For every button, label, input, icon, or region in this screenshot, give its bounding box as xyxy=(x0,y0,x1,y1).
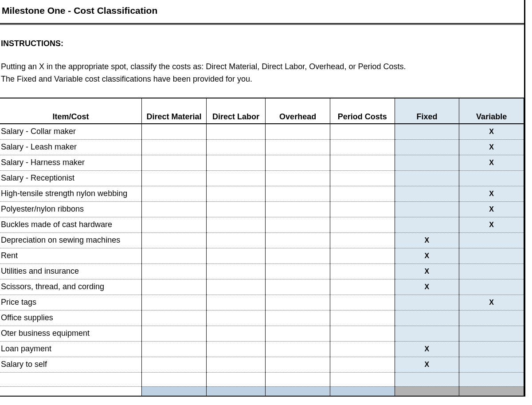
cell-oh[interactable] xyxy=(266,186,330,201)
cell-fx xyxy=(395,155,459,170)
cell-oh[interactable] xyxy=(266,263,330,279)
cell-vr: X xyxy=(459,124,524,139)
cell-oh[interactable] xyxy=(266,341,330,357)
cell-dl[interactable] xyxy=(206,310,266,326)
item-cost-cell: Utilities and insurance xyxy=(0,263,142,279)
cell-oh[interactable] xyxy=(266,279,330,295)
cell-oh[interactable] xyxy=(266,201,330,217)
cell-oh[interactable] xyxy=(266,326,330,341)
footer-item-cell xyxy=(0,386,142,396)
cell-dl[interactable] xyxy=(206,263,266,279)
header-direct-labor: Direct Labor xyxy=(206,98,266,124)
cell-dm[interactable] xyxy=(142,170,207,186)
cell-dl[interactable] xyxy=(206,341,266,357)
cell-dm[interactable] xyxy=(142,186,207,201)
cell-dm[interactable] xyxy=(142,232,207,248)
instructions-line-2: The Fixed and Variable cost classificati… xyxy=(1,73,522,85)
cell-dm[interactable] xyxy=(142,279,207,295)
cell-oh[interactable] xyxy=(266,155,330,170)
cell-dl[interactable] xyxy=(206,186,266,201)
table-row: Oter business equipment xyxy=(0,326,524,341)
item-cost-cell: Salary - Collar maker xyxy=(0,124,142,139)
item-cost-cell: Price tags xyxy=(0,295,142,310)
cell-dl[interactable] xyxy=(206,124,266,139)
cell-dm[interactable] xyxy=(142,357,207,372)
cell-fx xyxy=(395,170,459,186)
instructions-block: INSTRUCTIONS: Putting an X in the approp… xyxy=(0,25,524,98)
cell-pc[interactable] xyxy=(330,263,395,279)
cell-oh[interactable] xyxy=(266,139,330,155)
cell-pc[interactable] xyxy=(330,170,395,186)
cell-dl[interactable] xyxy=(206,248,266,263)
cell-dm[interactable] xyxy=(142,124,207,139)
cell-oh[interactable] xyxy=(266,310,330,326)
cell-oh[interactable] xyxy=(266,217,330,232)
cell-fx: X xyxy=(395,357,459,372)
cell-dm[interactable] xyxy=(142,201,207,217)
cell-dm[interactable] xyxy=(142,263,207,279)
cell-pc[interactable] xyxy=(330,155,395,170)
cell-dl[interactable] xyxy=(206,232,266,248)
item-cost-cell: Oter business equipment xyxy=(0,326,142,341)
instructions-line-1: Putting an X in the appropriate spot, cl… xyxy=(1,60,522,73)
cell-dl[interactable] xyxy=(206,217,266,232)
cell-dl[interactable] xyxy=(206,326,266,341)
cell-dl[interactable] xyxy=(206,201,266,217)
item-cost-cell: Depreciation on sewing machines xyxy=(0,232,142,248)
cell-oh[interactable] xyxy=(266,170,330,186)
cell-pc[interactable] xyxy=(330,217,395,232)
cell-vr: X xyxy=(459,139,524,155)
cell-oh[interactable] xyxy=(266,232,330,248)
cell-pc[interactable] xyxy=(330,232,395,248)
table-row: Price tagsX xyxy=(0,295,524,310)
table-row: RentX xyxy=(0,248,524,263)
header-overhead: Overhead xyxy=(266,98,330,124)
item-cost-cell: Salary to self xyxy=(0,357,142,372)
cell-dm[interactable] xyxy=(142,139,207,155)
cell-dl[interactable] xyxy=(206,295,266,310)
cell-dm[interactable] xyxy=(142,248,207,263)
cell-oh[interactable] xyxy=(266,124,330,139)
cell-dm[interactable] xyxy=(142,326,207,341)
footer-cell xyxy=(330,386,395,396)
table-row: Office supplies xyxy=(0,310,524,326)
table-row: Loan paymentX xyxy=(0,341,524,357)
cell-pc[interactable] xyxy=(330,124,395,139)
blank-cell xyxy=(330,372,395,386)
cell-vr xyxy=(459,326,524,341)
cell-pc[interactable] xyxy=(330,186,395,201)
cell-dm[interactable] xyxy=(142,295,207,310)
cell-dl[interactable] xyxy=(206,170,266,186)
cell-dm[interactable] xyxy=(142,310,207,326)
cell-fx xyxy=(395,201,459,217)
table-row: Depreciation on sewing machinesX xyxy=(0,232,524,248)
table-row: High-tensile strength nylon webbingX xyxy=(0,186,524,201)
cell-vr xyxy=(459,232,524,248)
cell-dl[interactable] xyxy=(206,357,266,372)
cell-dm[interactable] xyxy=(142,217,207,232)
cell-pc[interactable] xyxy=(330,248,395,263)
cell-vr: X xyxy=(459,186,524,201)
cell-dm[interactable] xyxy=(142,341,207,357)
header-direct-material: Direct Material xyxy=(142,98,207,124)
instructions-label: INSTRUCTIONS: xyxy=(1,37,522,50)
cell-pc[interactable] xyxy=(330,279,395,295)
cell-oh[interactable] xyxy=(266,248,330,263)
cell-pc[interactable] xyxy=(330,341,395,357)
cell-pc[interactable] xyxy=(330,139,395,155)
cell-oh[interactable] xyxy=(266,357,330,372)
blank-cell xyxy=(206,372,266,386)
cell-pc[interactable] xyxy=(330,326,395,341)
blank-item-cell xyxy=(0,372,142,386)
cell-pc[interactable] xyxy=(330,310,395,326)
cell-dl[interactable] xyxy=(206,155,266,170)
cell-oh[interactable] xyxy=(266,295,330,310)
cell-pc[interactable] xyxy=(330,357,395,372)
cell-pc[interactable] xyxy=(330,295,395,310)
item-cost-cell: Salary - Leash maker xyxy=(0,139,142,155)
cell-dl[interactable] xyxy=(206,279,266,295)
cell-dm[interactable] xyxy=(142,155,207,170)
cell-pc[interactable] xyxy=(330,201,395,217)
blank-cell xyxy=(395,372,459,386)
cell-dl[interactable] xyxy=(206,139,266,155)
